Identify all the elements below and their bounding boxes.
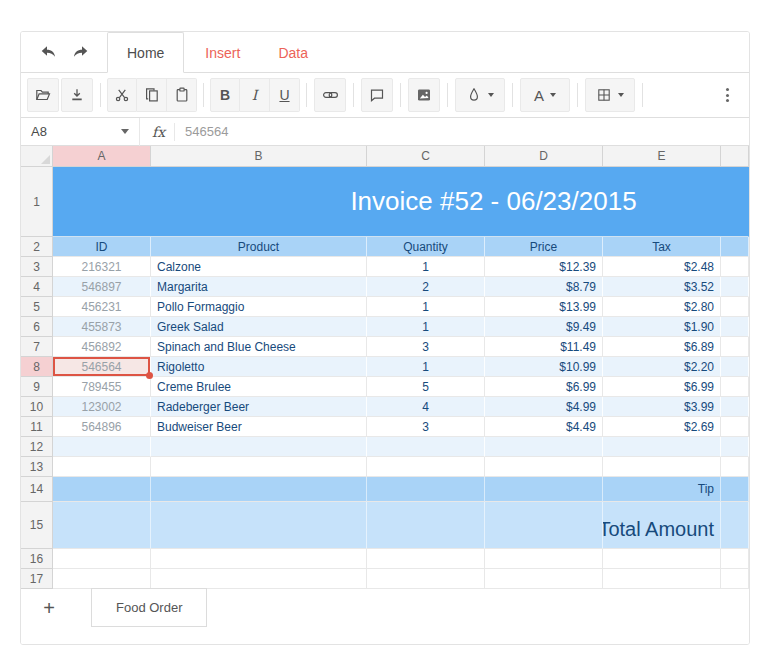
cell-A9[interactable]: 789455 (53, 377, 151, 397)
row-header-14[interactable]: 14 (21, 477, 53, 502)
cell-B8[interactable]: Rigoletto (151, 357, 367, 377)
cell-B6[interactable]: Greek Salad (151, 317, 367, 337)
cell-C10[interactable]: 4 (367, 397, 485, 417)
row-header-3[interactable]: 3 (21, 257, 53, 277)
add-sheet-button[interactable]: + (33, 589, 65, 627)
cell-D13[interactable] (485, 457, 603, 477)
cell-A15[interactable] (53, 502, 151, 549)
cell-A3[interactable]: 216321 (53, 257, 151, 277)
cell-E15[interactable]: Total Amount (603, 502, 721, 549)
row-header-11[interactable]: 11 (21, 417, 53, 437)
cell-C3[interactable]: 1 (367, 257, 485, 277)
cell-B14[interactable] (151, 477, 367, 502)
cell-F5[interactable] (721, 297, 749, 317)
cell-B11[interactable]: Budweiser Beer (151, 417, 367, 437)
cell-B2[interactable]: Product (151, 237, 367, 257)
row-header-7[interactable]: 7 (21, 337, 53, 357)
cell-D16[interactable] (485, 549, 603, 569)
cell-C6[interactable]: 1 (367, 317, 485, 337)
cell-B5[interactable]: Pollo Formaggio (151, 297, 367, 317)
row-header-4[interactable]: 4 (21, 277, 53, 297)
cell-C4[interactable]: 2 (367, 277, 485, 297)
cell-F13[interactable] (721, 457, 749, 477)
cell-E13[interactable] (603, 457, 721, 477)
cell-F12[interactable] (721, 437, 749, 457)
cut-button[interactable] (107, 78, 137, 112)
cell-F2[interactable] (721, 237, 749, 257)
cell-B4[interactable]: Margarita (151, 277, 367, 297)
row-header-12[interactable]: 12 (21, 437, 53, 457)
cell-A14[interactable] (53, 477, 151, 502)
cell-A17[interactable] (53, 569, 151, 589)
cell-B13[interactable] (151, 457, 367, 477)
cell-A13[interactable] (53, 457, 151, 477)
cell-F17[interactable] (721, 569, 749, 589)
row-header-17[interactable]: 17 (21, 569, 53, 589)
cell-C7[interactable]: 3 (367, 337, 485, 357)
cell-F3[interactable] (721, 257, 749, 277)
cell-A4[interactable]: 546897 (53, 277, 151, 297)
cell-E5[interactable]: $2.80 (603, 297, 721, 317)
cell-F15[interactable] (721, 502, 749, 549)
row-header-5[interactable]: 5 (21, 297, 53, 317)
row-header-1[interactable]: 1 (21, 167, 53, 237)
paste-button[interactable] (167, 78, 197, 112)
redo-button[interactable] (69, 41, 91, 63)
text-color-button[interactable]: A (520, 78, 570, 112)
cell-F9[interactable] (721, 377, 749, 397)
cell-A12[interactable] (53, 437, 151, 457)
cell-A2[interactable]: ID (53, 237, 151, 257)
cell-D8[interactable]: $10.99 (485, 357, 603, 377)
cell-B9[interactable]: Creme Brulee (151, 377, 367, 397)
invoice-title-cell[interactable]: Invoice #52 - 06/23/2015 (53, 167, 749, 237)
cell-C15[interactable] (367, 502, 485, 549)
cell-E6[interactable]: $1.90 (603, 317, 721, 337)
cell-A11[interactable]: 564896 (53, 417, 151, 437)
cell-D7[interactable]: $11.49 (485, 337, 603, 357)
select-all-corner[interactable] (21, 146, 53, 167)
bold-button[interactable]: B (210, 78, 240, 112)
borders-button[interactable] (585, 78, 635, 112)
cell-A8[interactable]: 546564 (53, 357, 151, 377)
insert-image-button[interactable] (408, 78, 440, 112)
cell-E9[interactable]: $6.99 (603, 377, 721, 397)
link-button[interactable] (314, 78, 346, 112)
cell-E7[interactable]: $6.89 (603, 337, 721, 357)
cell-C14[interactable] (367, 477, 485, 502)
cell-B17[interactable] (151, 569, 367, 589)
cell-D17[interactable] (485, 569, 603, 589)
cell-C16[interactable] (367, 549, 485, 569)
cell-C17[interactable] (367, 569, 485, 589)
formula-input[interactable]: 546564 (175, 124, 749, 139)
cell-C9[interactable]: 5 (367, 377, 485, 397)
tab-insert[interactable]: Insert (188, 32, 257, 73)
cell-E8[interactable]: $2.20 (603, 357, 721, 377)
comment-button[interactable] (361, 78, 393, 112)
cell-A10[interactable]: 123002 (53, 397, 151, 417)
column-header-partial[interactable] (721, 146, 749, 167)
row-header-16[interactable]: 16 (21, 549, 53, 569)
cell-B15[interactable] (151, 502, 367, 549)
cell-D5[interactable]: $13.99 (485, 297, 603, 317)
cell-F16[interactable] (721, 549, 749, 569)
cell-D9[interactable]: $6.99 (485, 377, 603, 397)
cell-B16[interactable] (151, 549, 367, 569)
cell-D11[interactable]: $4.49 (485, 417, 603, 437)
cell-D3[interactable]: $12.39 (485, 257, 603, 277)
row-header-15[interactable]: 15 (21, 502, 53, 549)
cell-C13[interactable] (367, 457, 485, 477)
tab-home[interactable]: Home (107, 32, 184, 73)
cell-E2[interactable]: Tax (603, 237, 721, 257)
cell-E16[interactable] (603, 549, 721, 569)
cell-A6[interactable]: 455873 (53, 317, 151, 337)
cell-F8[interactable] (721, 357, 749, 377)
cell-F11[interactable] (721, 417, 749, 437)
sheet-tab-food-order[interactable]: Food Order (91, 588, 207, 627)
cell-E14[interactable]: Tip (603, 477, 721, 502)
column-header-C[interactable]: C (367, 146, 485, 167)
cell-C5[interactable]: 1 (367, 297, 485, 317)
column-header-A[interactable]: A (53, 146, 151, 167)
cell-F14[interactable] (721, 477, 749, 502)
cell-D2[interactable]: Price (485, 237, 603, 257)
cell-D4[interactable]: $8.79 (485, 277, 603, 297)
